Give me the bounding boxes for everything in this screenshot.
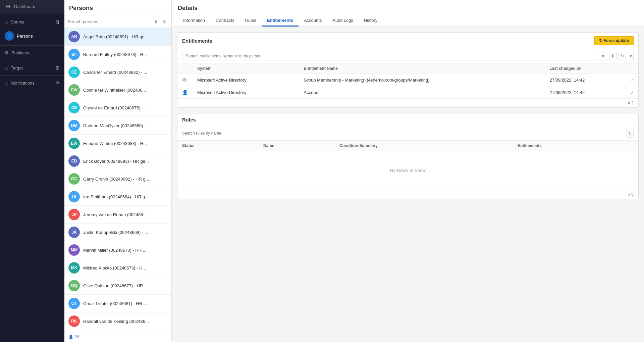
row-last-changed: 27/09/2022, 14:42 — [545, 86, 626, 99]
sidebar-target-label: Target — [11, 65, 53, 70]
rules-header-row: Status Name Condition Summary Entitlemen… — [177, 141, 638, 151]
entitlements-search-row: ▼ ⬇ ↻ ▾ — [177, 49, 638, 63]
list-item[interactable]: EB Erick Boyer (00248693) - HR ge... — [64, 152, 171, 170]
main-content: Persons ⬇ ↻ AR Angel Rath (00248691) - H… — [64, 0, 644, 342]
list-item[interactable]: CE Carlos ter Emard (00248682) - ... — [64, 63, 171, 81]
entitlements-section: Entitlements ↻ Force update ▼ ⬇ ↻ ▾ — [177, 32, 639, 108]
list-item[interactable]: GC Garry Cronin (00248692) - HR g... — [64, 170, 171, 188]
persons-search-bar: ⬇ ↻ — [64, 15, 171, 28]
list-item[interactable]: CW Connie ter Wintheiser (002486... — [64, 81, 171, 99]
person-name: Randall van de Keeling (002486... — [83, 319, 149, 324]
sidebar-item-target[interactable]: ◁ Target ⊞ — [0, 62, 64, 74]
list-item[interactable]: RK Randall van de Keeling (002486... — [64, 312, 171, 330]
sidebar-item-business[interactable]: ⚙ Business — [0, 47, 64, 59]
search-persons-input[interactable] — [68, 19, 151, 24]
list-item[interactable]: MK Mildred Klocko (00248673) - H... — [64, 259, 171, 277]
person-name: Ian Smitham (00248684) - HR g... — [83, 194, 149, 199]
refresh-entitlements-button[interactable]: ↻ — [619, 52, 626, 60]
export-icon-button[interactable]: ⬇ — [609, 52, 616, 60]
sidebar: ⊞ Dashboard ◁ Source 🗑 👤 Persons ⚙ Busin… — [0, 0, 64, 342]
business-icon: ⚙ — [5, 50, 9, 55]
list-item[interactable]: JR Jeremy van de Rohan (002486... — [64, 206, 171, 224]
row-entitlement-name: Account — [299, 86, 545, 99]
sidebar-notifications-label: Notifications — [11, 81, 53, 86]
persons-footer: 👤 26 — [64, 332, 171, 342]
avatar: GC — [68, 173, 80, 185]
person-name: Olive Quitzon (00248677) - HR ... — [83, 283, 148, 288]
row-external-link[interactable]: ↗ — [626, 86, 638, 99]
list-item[interactable]: IS Ian Smitham (00248684) - HR g... — [64, 188, 171, 206]
force-update-icon: ↻ — [599, 38, 602, 43]
table-row: ⚙ Microsoft Active Directory Group Membe… — [177, 74, 638, 86]
list-item[interactable]: OT Omar Treutel (00248681) - HR ... — [64, 295, 171, 312]
tab-contracts[interactable]: Contracts — [210, 15, 240, 27]
person-name: Angel Rath (00248691) - HR ge... — [83, 34, 148, 39]
persons-header: Persons — [64, 0, 171, 15]
sidebar-item-notifications[interactable]: ◁ Notifications ✉ — [0, 77, 64, 89]
tab-history[interactable]: History — [359, 15, 383, 27]
list-item[interactable]: CE Crystal de Emard (00248675) - ... — [64, 99, 171, 117]
rules-search-input[interactable] — [182, 131, 624, 136]
tab-information[interactable]: Information — [178, 15, 210, 27]
row-external-link[interactable]: ↗ — [626, 74, 638, 86]
no-rows-message: No Rows To Show — [182, 154, 634, 186]
rules-table: Status Name Condition Summary Entitlemen… — [177, 141, 638, 190]
row-icon: 👤 — [182, 90, 188, 95]
avatar: BF — [68, 49, 80, 60]
list-item[interactable]: OQ Olive Quitzon (00248677) - HR ... — [64, 277, 171, 295]
person-name: Enrique Witting (00248688) - H... — [83, 141, 147, 146]
sidebar-item-dashboard[interactable]: ⊞ Dashboard — [0, 0, 64, 13]
refresh-rules-button[interactable]: ↻ — [626, 129, 634, 138]
col-rule-entitlements-header: Entitlements — [513, 141, 638, 151]
expand-icon-button[interactable]: ▾ — [628, 52, 634, 60]
details-panel: Details InformationContractsRulesEntitle… — [172, 0, 644, 342]
avatar: JR — [68, 209, 80, 220]
entitlements-count: # 2 — [628, 101, 634, 105]
persons-list: AR Angel Rath (00248691) - HR ge... BF B… — [64, 28, 171, 332]
persons-panel: Persons ⬇ ↻ AR Angel Rath (00248691) - H… — [64, 0, 172, 342]
person-name: Marvin Miller (00248670) - HR ... — [83, 248, 147, 253]
col-status-header: Status — [177, 141, 259, 151]
tab-audit-logs[interactable]: Audit Logs — [327, 15, 358, 27]
avatar: AR — [68, 31, 80, 42]
list-item[interactable]: BF Bernard Flatley (00248678) - H... — [64, 46, 171, 63]
tab-entitlements[interactable]: Entitlements — [262, 15, 299, 27]
avatar: JK — [68, 227, 80, 238]
person-name: Erick Boyer (00248693) - HR ge... — [83, 159, 149, 164]
col-system-header: System — [193, 63, 299, 74]
details-title: Details — [178, 5, 638, 12]
entitlements-table-footer: # 2 — [177, 98, 638, 107]
persons-count: 26 — [75, 335, 79, 339]
tab-rules[interactable]: Rules — [240, 15, 262, 27]
sidebar-item-source[interactable]: ◁ Source 🗑 — [0, 16, 64, 28]
tab-accounts[interactable]: Accounts — [299, 15, 327, 27]
list-item[interactable]: DM Darlene MacGyver (00248680) ... — [64, 117, 171, 135]
avatar: IS — [68, 191, 80, 202]
col-icon-header — [177, 63, 193, 74]
external-link-icon[interactable]: ↗ — [631, 78, 634, 82]
rules-table-head: Status Name Condition Summary Entitlemen… — [177, 141, 638, 151]
rules-table-footer: # 0 — [177, 190, 638, 199]
avatar: MM — [68, 244, 80, 256]
sidebar-item-persons[interactable]: 👤 Persons — [0, 28, 64, 44]
list-item[interactable]: JK Justin Konopelski (00248668) - ... — [64, 224, 171, 241]
external-link-icon[interactable]: ↗ — [631, 91, 634, 95]
list-item[interactable]: MM Marvin Miller (00248670) - HR ... — [64, 241, 171, 259]
entitlements-search-input[interactable] — [182, 52, 596, 60]
entitlements-table-head: System Entitlement Name Last changed on — [177, 63, 638, 74]
source-arrow-icon: ◁ — [5, 19, 8, 25]
refresh-icon[interactable]: ↻ — [161, 18, 168, 25]
force-update-button[interactable]: ↻ Force update — [594, 36, 634, 45]
table-row: No Rows To Show — [177, 151, 638, 190]
person-name: Crystal de Emard (00248675) - ... — [83, 105, 148, 110]
avatar: OT — [68, 298, 80, 309]
table-row: 👤 Microsoft Active Directory Account 27/… — [177, 86, 638, 99]
list-item[interactable]: AR Angel Rath (00248691) - HR ge... — [64, 28, 171, 46]
person-name: Jeremy van de Rohan (002486... — [83, 212, 147, 217]
filter-icon-button[interactable]: ▼ — [599, 52, 607, 60]
sidebar-divider-4 — [0, 75, 64, 76]
list-item[interactable]: EW Enrique Witting (00248688) - H... — [64, 135, 171, 152]
avatar: CW — [68, 84, 80, 96]
download-icon[interactable]: ⬇ — [153, 18, 159, 25]
sidebar-divider-1 — [0, 14, 64, 14]
